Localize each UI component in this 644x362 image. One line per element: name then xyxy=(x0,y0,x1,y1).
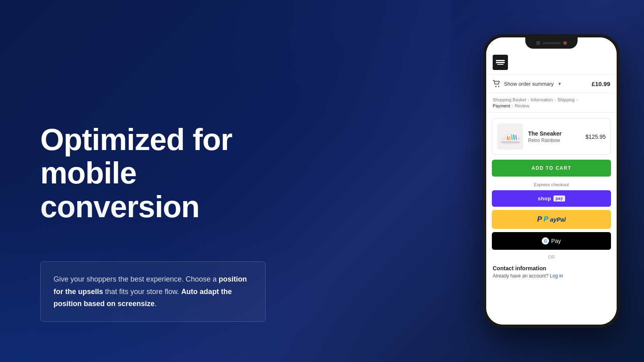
phone-notch xyxy=(525,37,578,49)
volume-up-button xyxy=(483,86,484,100)
order-summary-left: Show order summary ▼ xyxy=(493,80,561,87)
product-name: The Sneaker xyxy=(528,130,580,137)
login-link[interactable]: Log in xyxy=(550,273,563,279)
shop-pay-badge: pay xyxy=(553,195,565,202)
paypal-label: ayPal xyxy=(550,216,566,223)
notch-camera xyxy=(536,41,540,45)
breadcrumb-sep-4: › xyxy=(512,104,513,108)
notch-speaker xyxy=(543,42,561,44)
paypal-p2-icon: P xyxy=(543,215,548,224)
gpay-label: Pay xyxy=(551,238,561,244)
left-panel: Optimized for mobile conversion Give you… xyxy=(0,0,475,362)
phone-screen: Show order summary ▼ £10.99 Shopping Bas… xyxy=(486,37,617,325)
product-price: $125.95 xyxy=(585,134,606,140)
svg-rect-3 xyxy=(501,142,519,143)
chevron-down-icon: ▼ xyxy=(558,82,562,86)
breadcrumb-sep-2: › xyxy=(555,98,556,102)
product-variant: Retro Rainbow xyxy=(528,138,580,143)
or-divider: OR xyxy=(486,255,617,259)
logo-line-2 xyxy=(496,62,505,63)
contact-login-text: Already have an account? Log in xyxy=(493,273,610,279)
product-image xyxy=(497,123,523,150)
sneaker-illustration xyxy=(498,128,522,146)
breadcrumb-payment[interactable]: Payment xyxy=(493,103,510,108)
shop-pay-text: shop xyxy=(538,195,551,202)
express-checkout-label: Express checkout xyxy=(486,182,617,187)
breadcrumb-sep-3: › xyxy=(576,98,578,102)
order-summary-label: Show order summary xyxy=(504,81,554,87)
logo-line-1 xyxy=(496,60,505,61)
breadcrumb-row-2: Payment › Review xyxy=(493,103,610,108)
product-info: The Sneaker Retro Rainbow xyxy=(528,130,580,143)
svg-point-1 xyxy=(498,86,500,87)
phone-mockup: Show order summary ▼ £10.99 Shopping Bas… xyxy=(483,34,620,328)
order-total: £10.99 xyxy=(592,80,610,87)
paypal-p-icon: P xyxy=(537,215,542,224)
right-panel: Show order summary ▼ £10.99 Shopping Bas… xyxy=(475,0,644,362)
paypal-button[interactable]: P P ayPal xyxy=(492,210,611,229)
contact-info-section: Contact information Already have an acco… xyxy=(486,263,617,281)
store-header xyxy=(486,51,617,74)
google-pay-button[interactable]: G Pay xyxy=(492,232,611,250)
notch-camera-2 xyxy=(563,41,567,45)
payment-buttons: shop pay P P ayPal G Pay xyxy=(486,190,617,250)
store-logo xyxy=(493,55,508,70)
add-to-cart-button[interactable]: ADD TO CART xyxy=(492,160,611,177)
shop-pay-button[interactable]: shop pay xyxy=(492,190,611,207)
power-button xyxy=(619,98,620,122)
volume-down-button xyxy=(483,105,484,119)
order-summary-bar[interactable]: Show order summary ▼ £10.99 xyxy=(486,74,617,93)
breadcrumb-review[interactable]: Review xyxy=(515,103,529,108)
breadcrumb-row: Shopping Basket › Information › Shipping… xyxy=(493,97,610,102)
contact-info-title: Contact information xyxy=(493,265,610,272)
breadcrumb-shipping[interactable]: Shipping xyxy=(557,97,575,102)
google-g-icon: G xyxy=(542,237,549,245)
breadcrumb-information[interactable]: Information xyxy=(531,97,553,102)
product-card: The Sneaker Retro Rainbow $125.95 xyxy=(492,118,611,155)
description-text: Give your shoppers the best experience. … xyxy=(54,273,252,310)
breadcrumb-shopping-basket[interactable]: Shopping Basket xyxy=(493,97,526,102)
svg-point-0 xyxy=(495,86,497,87)
breadcrumb-sep-1: › xyxy=(528,98,529,102)
description-box: Give your shoppers the best experience. … xyxy=(40,261,266,322)
cart-icon xyxy=(493,80,501,87)
logo-line-3 xyxy=(497,64,504,65)
breadcrumb: Shopping Basket › Information › Shipping… xyxy=(486,93,617,113)
main-heading: Optimized for mobile conversion xyxy=(40,123,443,224)
